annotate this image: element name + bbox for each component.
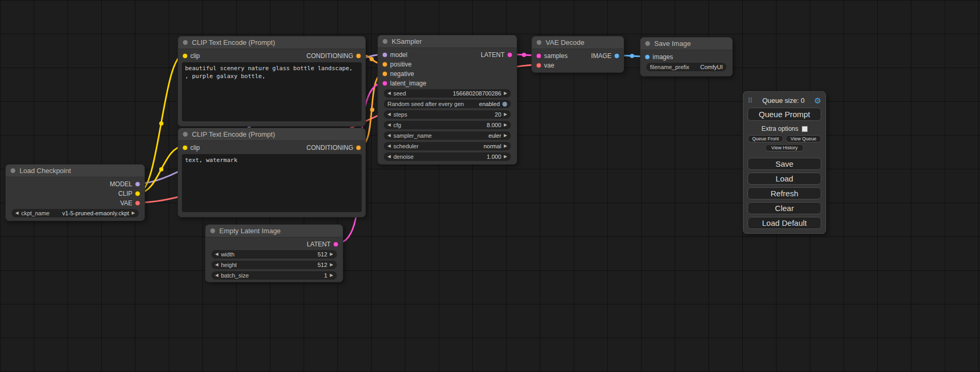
drag-handle-icon[interactable]: ⠿ [748,97,753,104]
widget-ckpt-name[interactable]: ◀ ckpt_name v1-5-pruned-emaonly.ckpt ▶ [12,209,139,217]
increment-arrow-icon[interactable]: ▶ [504,133,507,138]
output-slot-vae[interactable]: VAE [120,199,144,207]
node-titlebar[interactable]: Save Image [641,37,732,50]
slot-dot-clip-icon[interactable] [182,145,188,150]
increment-arrow-icon[interactable]: ▶ [132,211,135,215]
increment-arrow-icon[interactable]: ▶ [504,112,507,117]
widget-value[interactable]: enabled [479,101,500,107]
slot-dot-latent-icon[interactable] [536,53,541,59]
node-titlebar[interactable]: KSampler [378,35,517,48]
widget-value[interactable]: 20 [495,111,501,118]
output-slot-model[interactable]: MODEL [110,180,144,188]
increment-arrow-icon[interactable]: ▶ [504,144,507,148]
widget-denoise[interactable]: ◀ denoise 1.000 ▶ [384,152,511,161]
collapse-toggle-icon[interactable] [383,39,387,44]
decrement-arrow-icon[interactable]: ◀ [387,123,391,127]
widget-width[interactable]: ◀ width 512 ▶ [211,250,337,259]
widget-seed[interactable]: ◀ seed 156680208700286 ▶ [384,89,511,98]
widget-value[interactable]: 1 [324,272,327,279]
decrement-arrow-icon[interactable]: ◀ [215,273,218,278]
decrement-arrow-icon[interactable]: ◀ [387,112,391,117]
widget-value[interactable]: 8.000 [487,122,501,128]
decrement-arrow-icon[interactable]: ◀ [387,155,391,159]
input-slot-vae[interactable]: vae [532,62,554,69]
view-history-button[interactable]: View History [765,144,804,151]
slot-dot-model-icon[interactable] [135,182,140,187]
slot-dot-model-icon[interactable] [382,52,387,58]
widget-cfg[interactable]: ◀ cfg 8.000 ▶ [384,121,511,129]
negative-prompt-textarea[interactable]: text, watermark [182,154,362,212]
output-slot-image[interactable]: IMAGE [591,52,624,60]
decrement-arrow-icon[interactable]: ◀ [15,211,18,215]
input-slot-negative[interactable]: negative [378,70,414,78]
widget-value[interactable]: ComfyUI [700,64,723,70]
collapse-toggle-icon[interactable] [183,132,188,137]
slot-dot-clip-icon[interactable] [135,191,140,196]
increment-arrow-icon[interactable]: ▶ [504,155,507,159]
widget-value[interactable]: 1.000 [487,154,501,160]
increment-arrow-icon[interactable]: ▶ [330,263,333,267]
slot-dot-vae-icon[interactable] [536,63,541,68]
collapse-toggle-icon[interactable] [11,168,15,173]
decrement-arrow-icon[interactable]: ◀ [387,133,391,138]
widget-height[interactable]: ◀ height 512 ▶ [211,261,337,269]
slot-dot-clip-icon[interactable] [182,53,188,59]
collapse-toggle-icon[interactable] [210,228,215,233]
output-slot-conditioning[interactable]: CONDITIONING [306,144,365,151]
collapse-toggle-icon[interactable] [183,40,188,45]
widget-steps[interactable]: ◀ steps 20 ▶ [384,110,511,119]
positive-prompt-textarea[interactable]: beautiful scenery nature glass bottle la… [182,62,362,121]
node-vae-decode[interactable]: VAE Decode samples IMAGE vae [531,36,624,73]
widget-value[interactable]: 512 [317,262,327,268]
decrement-arrow-icon[interactable]: ◀ [215,252,218,256]
load-default-button[interactable]: Load Default [748,217,821,229]
slot-dot-conditioning-icon[interactable] [356,145,361,150]
decrement-arrow-icon[interactable]: ◀ [387,144,391,148]
slot-dot-conditioning-icon[interactable] [382,71,387,77]
node-clip-text-encode-negative[interactable]: CLIP Text Encode (Prompt) clip CONDITION… [178,128,366,217]
increment-arrow-icon[interactable]: ▶ [330,273,333,278]
save-button[interactable]: Save [748,158,821,170]
input-slot-clip[interactable]: clip [178,52,200,60]
node-empty-latent-image[interactable]: Empty Latent Image LATENT ◀ width 512 ▶ … [205,224,343,282]
widget-value[interactable]: v1-5-pruned-emaonly.ckpt [62,210,129,216]
decrement-arrow-icon[interactable]: ◀ [215,263,218,267]
increment-arrow-icon[interactable]: ▶ [330,252,333,256]
input-slot-positive[interactable]: positive [378,61,412,68]
toggle-knob-icon[interactable] [502,102,507,107]
widget-sampler-name[interactable]: ◀ sampler_name euler ▶ [384,131,511,140]
decrement-arrow-icon[interactable]: ◀ [387,91,391,96]
output-slot-clip[interactable]: CLIP [118,190,144,197]
widget-random-seed-toggle[interactable]: Random seed after every gen enabled [384,100,511,108]
slot-dot-image-icon[interactable] [645,54,650,60]
node-titlebar[interactable]: Empty Latent Image [206,225,343,237]
widget-value[interactable]: normal [483,143,501,149]
output-slot-latent[interactable]: LATENT [307,241,343,248]
settings-gear-icon[interactable]: ⚙ [814,97,821,104]
node-clip-text-encode-positive[interactable]: CLIP Text Encode (Prompt) clip CONDITION… [178,36,366,127]
node-titlebar[interactable]: CLIP Text Encode (Prompt) [178,36,365,49]
widget-value[interactable]: 512 [317,251,327,257]
node-graph-canvas[interactable]: Load Checkpoint MODEL CLIP VAE [0,0,980,372]
queue-prompt-button[interactable]: Queue Prompt [748,108,821,121]
widget-filename-prefix[interactable]: filename_prefix ComfyUI [646,63,726,71]
collapse-toggle-icon[interactable] [537,40,541,45]
node-load-checkpoint[interactable]: Load Checkpoint MODEL CLIP VAE [5,164,145,221]
slot-dot-latent-icon[interactable] [507,52,512,58]
slot-dot-image-icon[interactable] [614,53,619,59]
collapse-toggle-icon[interactable] [645,41,650,46]
node-titlebar[interactable]: VAE Decode [532,36,624,49]
slot-dot-latent-icon[interactable] [382,81,387,86]
node-ksampler[interactable]: KSampler model LATENT positive [377,35,517,165]
output-slot-conditioning[interactable]: CONDITIONING [306,52,365,60]
widget-batch-size[interactable]: ◀ batch_size 1 ▶ [211,271,337,280]
slot-dot-vae-icon[interactable] [135,201,140,206]
increment-arrow-icon[interactable]: ▶ [504,123,507,127]
input-slot-clip[interactable]: clip [178,144,200,151]
slot-dot-conditioning-icon[interactable] [382,62,387,67]
input-slot-images[interactable]: images [641,53,673,61]
load-button[interactable]: Load [748,173,821,185]
extra-options-checkbox[interactable] [802,126,808,132]
queue-front-button[interactable]: Queue Front [748,135,783,142]
slot-dot-latent-icon[interactable] [333,242,338,247]
